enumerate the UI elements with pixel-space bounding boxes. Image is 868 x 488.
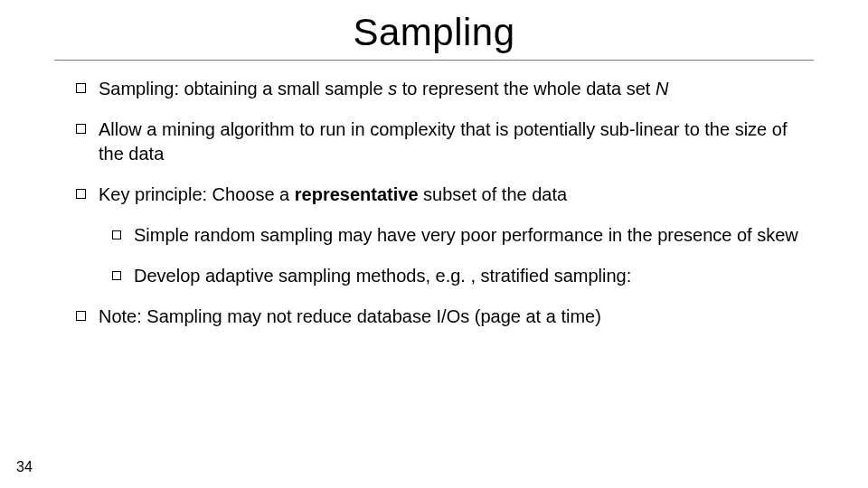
bullet-4: Note: Sampling may not reduce database I…: [76, 305, 814, 329]
title-rule: [54, 60, 814, 61]
square-bullet-icon: [76, 311, 86, 321]
square-bullet-icon: [112, 271, 121, 280]
bullet-2-text: Allow a mining algorithm to run in compl…: [99, 117, 814, 166]
italic-s: s: [388, 79, 397, 99]
bullet-3-text: Key principle: Choose a representative s…: [99, 183, 814, 207]
square-bullet-icon: [76, 189, 86, 199]
text-frag: Key principle: Choose a: [99, 184, 295, 204]
square-bullet-icon: [76, 83, 86, 93]
slide: Sampling Sampling: obtaining a small sam…: [0, 0, 868, 488]
bullet-4-text: Note: Sampling may not reduce database I…: [99, 305, 814, 329]
text-frag: Sampling: obtaining a small sample: [99, 79, 388, 99]
bullet-3a-text: Simple random sampling may have very poo…: [134, 223, 814, 248]
page-number: 34: [16, 459, 33, 475]
slide-body: Sampling: obtaining a small sample s to …: [54, 77, 814, 329]
square-bullet-icon: [112, 230, 121, 239]
bullet-3b: Develop adaptive sampling methods, e.g. …: [112, 264, 814, 288]
bullet-3b-text: Develop adaptive sampling methods, e.g. …: [134, 264, 814, 288]
bullet-1: Sampling: obtaining a small sample s to …: [76, 77, 814, 101]
bold-representative: representative: [295, 184, 419, 204]
text-frag: subset of the data: [419, 184, 568, 204]
bullet-2: Allow a mining algorithm to run in compl…: [76, 117, 814, 166]
square-bullet-icon: [76, 124, 86, 134]
slide-title: Sampling: [0, 0, 868, 54]
bullet-3a: Simple random sampling may have very poo…: [112, 223, 814, 248]
text-frag: to represent the whole data set: [397, 79, 656, 99]
italic-n: N: [656, 79, 668, 99]
bullet-1-text: Sampling: obtaining a small sample s to …: [99, 77, 814, 101]
bullet-3: Key principle: Choose a representative s…: [76, 183, 814, 207]
